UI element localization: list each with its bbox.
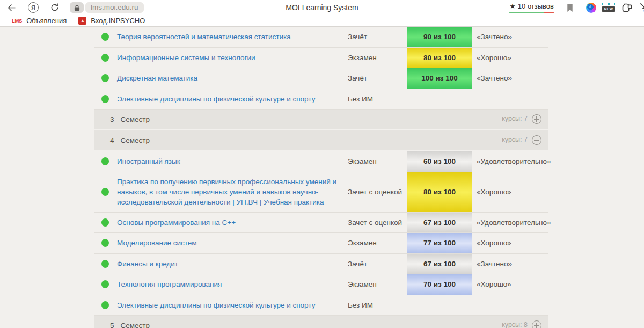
grade-label: «Хорошо» [472, 280, 548, 288]
course-name-col: Моделирование систем [117, 238, 348, 248]
exam-type-label: Экзамен [348, 239, 407, 247]
status-dot-col [94, 260, 117, 268]
semester-courses-link[interactable]: курсы: 7 [502, 136, 528, 144]
status-dot-col [94, 218, 117, 227]
site-reviews-button[interactable]: ★ 10 отзывов [509, 2, 554, 13]
collections-button[interactable] [621, 3, 633, 13]
bookmark-item-announcements[interactable]: LMS Объявления [12, 17, 67, 25]
semester-number: 3 [110, 115, 114, 123]
course-link[interactable]: Информационные системы и технологии [117, 54, 255, 62]
collections-icon [621, 3, 633, 12]
status-dot-icon [101, 218, 109, 227]
expand-icon[interactable] [532, 114, 541, 124]
course-name-col: Элективные дисциплины по физической куль… [117, 300, 348, 310]
course-link[interactable]: Основы программирования на C++ [117, 218, 236, 227]
exam-type-label: Зачет с оценкой [348, 218, 407, 227]
course-link[interactable]: Теория вероятностей и математическая ста… [117, 33, 291, 41]
exam-type-label: Зачет с оценкой [348, 188, 407, 196]
exam-type-label: Экзамен [348, 280, 407, 288]
course-row: Элективные дисциплины по физической куль… [94, 89, 548, 110]
address-bar[interactable]: lms.moi.edu.ru [70, 2, 144, 13]
site-security-chip[interactable] [70, 2, 84, 13]
semester-row: 4Семестркурсы: 7 [94, 130, 548, 150]
course-link[interactable]: Моделирование систем [117, 239, 197, 247]
course-link[interactable]: Дискретная математика [117, 74, 197, 82]
browser-toolbar: Я lms.moi.edu.ru MOI Learning System ★ 1… [0, 0, 644, 15]
semester-courses-link[interactable]: курсы: 7 [502, 115, 528, 123]
gradebook-table: Теория вероятностей и математическая ста… [94, 27, 548, 328]
grade-label: «Зачтено» [472, 33, 548, 41]
bookmark-item-inpsycho[interactable]: ▲ Вход.INPSYCHO [78, 17, 145, 25]
extension-circle-icon[interactable] [586, 3, 596, 13]
course-name-col: Основы программирования на C++ [117, 217, 348, 228]
course-link[interactable]: Элективные дисциплины по физической куль… [117, 301, 315, 309]
url-text[interactable]: lms.moi.edu.ru [85, 2, 144, 13]
course-name-col: Теория вероятностей и математическая ста… [117, 32, 348, 42]
score-col: 80 из 100 [407, 172, 472, 212]
rating-bar [509, 12, 554, 13]
refresh-icon [50, 3, 60, 12]
lms-favicon: LMS [12, 18, 22, 24]
course-name-col: Технология программирования [117, 279, 348, 289]
status-dot-icon [101, 260, 109, 268]
semester-courses-link[interactable]: курсы: 8 [502, 321, 528, 328]
status-dot-icon [101, 74, 109, 82]
refresh-button[interactable] [49, 2, 60, 13]
toolbar-right-cluster: ★ 10 отзывов NEW [503, 2, 644, 13]
screenshot-new-icon[interactable]: NEW [602, 3, 615, 12]
bookmarks-bar: LMS Объявления ▲ Вход.INPSYCHO [0, 15, 644, 27]
course-row: Технология программированияЭкзамен70 из … [94, 274, 548, 295]
status-dot-col [94, 188, 117, 196]
score-cell: 80 из 100 [407, 48, 472, 68]
download-button[interactable] [639, 2, 644, 13]
grade-label: «Хорошо» [472, 188, 548, 196]
divider [560, 4, 560, 12]
semester-row: 5Семестркурсы: 8 [94, 316, 548, 328]
score-cell: 67 из 100 [407, 254, 472, 274]
status-dot-col [94, 74, 117, 82]
course-link[interactable]: Элективные дисциплины по физической куль… [117, 95, 315, 103]
status-dot-icon [101, 188, 109, 196]
score-cell: 67 из 100 [407, 213, 472, 233]
collapse-icon[interactable] [532, 135, 541, 145]
score-col: 77 из 100 [407, 233, 472, 253]
status-dot-icon [101, 239, 109, 247]
status-dot-icon [101, 33, 109, 41]
score-col: 67 из 100 [407, 213, 472, 233]
bookmark-label: Вход.INPSYCHO [91, 17, 145, 25]
course-link[interactable]: Финансы и кредит [117, 260, 178, 268]
score-cell: 80 из 100 [407, 172, 472, 212]
course-name-col: Элективные дисциплины по физической куль… [117, 94, 348, 104]
bookmark-button[interactable] [566, 3, 574, 12]
expand-icon[interactable] [532, 320, 541, 328]
course-link[interactable]: Технология программирования [117, 280, 222, 288]
lock-icon [74, 4, 80, 11]
grade-label: «Удовлетворительно» [472, 218, 551, 227]
score-col [407, 89, 472, 110]
star-icon: ★ [509, 2, 516, 10]
course-link[interactable]: Практика по получению первичных професси… [117, 178, 336, 206]
inpsycho-favicon: ▲ [78, 17, 86, 25]
page-title: MOI Learning System [286, 0, 358, 15]
course-row: Моделирование системЭкзамен77 из 100«Хор… [94, 233, 548, 254]
course-row: Дискретная математикаЗачёт100 из 100«Зач… [94, 68, 548, 89]
grade-label: «Хорошо» [472, 54, 548, 62]
status-dot-col [94, 54, 117, 62]
exam-type-label: Без ИМ [348, 301, 407, 309]
course-link[interactable]: Иностранный язык [117, 157, 180, 165]
score-cell: 77 из 100 [407, 233, 472, 253]
grade-label: «Зачтено» [472, 74, 548, 82]
exam-type-label: Зачёт [348, 33, 407, 41]
status-dot-col [94, 239, 117, 247]
semester-label: Семестр [121, 115, 150, 123]
score-col: 100 из 100 [407, 68, 472, 89]
course-name-col: Иностранный язык [117, 156, 348, 166]
bookmark-label: Объявления [26, 17, 67, 25]
score-col: 60 из 100 [407, 151, 472, 172]
back-button[interactable] [5, 2, 17, 13]
status-dot-icon [101, 54, 109, 62]
score-cell: 100 из 100 [407, 68, 472, 89]
score-col: 70 из 100 [407, 274, 472, 295]
yandex-logo-icon[interactable]: Я [28, 2, 39, 13]
semester-label: Семестр [121, 322, 150, 328]
